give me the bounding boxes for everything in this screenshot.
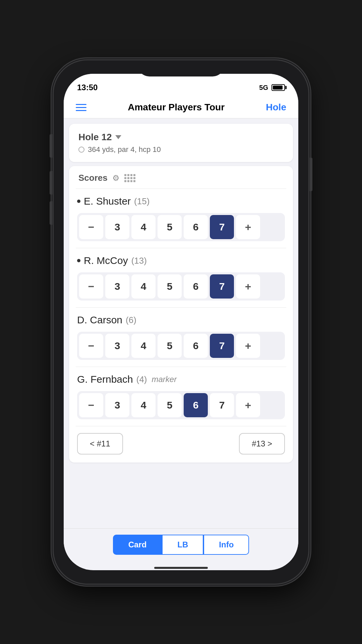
- battery-icon: [272, 84, 285, 91]
- player-hcp-3: (6): [126, 315, 136, 325]
- main-content: Hole 12 364 yds, par 4, hcp 10 Scores ⚙: [64, 118, 298, 528]
- score-3-2[interactable]: 3: [105, 274, 129, 299]
- score-7-4[interactable]: 7: [210, 393, 234, 417]
- score-minus-1[interactable]: −: [79, 215, 103, 239]
- hole-label: Hole 12: [78, 132, 112, 143]
- tab-info[interactable]: Info: [203, 535, 249, 555]
- player-section-4: G. Fernbach (4) marker − 3 4 5 6 7 +: [69, 367, 293, 426]
- score-7-3[interactable]: 7: [210, 334, 234, 358]
- bullet-icon-2: [77, 259, 80, 262]
- score-3-1[interactable]: 3: [105, 215, 129, 239]
- score-5-1[interactable]: 5: [158, 215, 182, 239]
- battery-fill: [273, 86, 283, 90]
- phone-frame: 13:50 5G Amateur Players Tour Hole: [54, 60, 308, 584]
- settings-icon[interactable]: ⚙: [112, 173, 120, 183]
- score-7-2[interactable]: 7: [210, 274, 234, 299]
- score-plus-4[interactable]: +: [236, 393, 260, 417]
- score-4-3[interactable]: 4: [131, 334, 156, 358]
- score-row-4: − 3 4 5 6 7 +: [77, 391, 285, 419]
- score-row-2: − 3 4 5 6 7 +: [77, 272, 285, 301]
- hole-subtitle: 364 yds, par 4, hcp 10: [78, 145, 284, 154]
- status-bar: 13:50 5G: [64, 74, 298, 97]
- player-section-3: D. Carson (6) − 3 4 5 6 7 +: [69, 308, 293, 367]
- player-name-row-4: G. Fernbach (4) marker: [77, 374, 285, 385]
- status-right: 5G: [259, 84, 285, 92]
- player-marker-4: marker: [152, 375, 177, 384]
- score-5-4[interactable]: 5: [158, 393, 182, 417]
- tab-lb[interactable]: LB: [162, 535, 203, 555]
- hole-title-row: Hole 12: [78, 132, 284, 143]
- player-name-3: D. Carson: [77, 314, 122, 326]
- score-plus-3[interactable]: +: [236, 334, 260, 358]
- player-name-row-2: R. McCoy (13): [77, 255, 285, 266]
- score-row-3: − 3 4 5 6 7 +: [77, 332, 285, 360]
- player-section-1: E. Shuster (15) − 3 4 5 6 7 +: [69, 189, 293, 248]
- player-name-4: G. Fernbach: [77, 374, 133, 385]
- player-section-2: R. McCoy (13) − 3 4 5 6 7 +: [69, 248, 293, 307]
- notch: [137, 60, 225, 76]
- network-indicator: 5G: [259, 84, 268, 92]
- score-4-2[interactable]: 4: [131, 274, 156, 299]
- score-7-1[interactable]: 7: [210, 215, 234, 239]
- player-name-1: E. Shuster: [84, 196, 131, 207]
- prev-hole-button[interactable]: < #11: [77, 433, 123, 454]
- score-minus-4[interactable]: −: [79, 393, 103, 417]
- score-3-4[interactable]: 3: [105, 393, 129, 417]
- home-indicator: [154, 567, 208, 569]
- player-hcp-2: (13): [131, 256, 147, 266]
- circle-icon: [78, 147, 84, 153]
- player-hcp-4: (4): [136, 374, 147, 385]
- score-minus-2[interactable]: −: [79, 274, 103, 299]
- scores-header: Scores ⚙: [69, 166, 293, 189]
- score-minus-3[interactable]: −: [79, 334, 103, 358]
- player-name-row-3: D. Carson (6): [77, 314, 285, 326]
- player-name-2: R. McCoy: [84, 255, 128, 266]
- next-hole-button[interactable]: #13 >: [239, 433, 285, 454]
- score-row-1: − 3 4 5 6 7 +: [77, 213, 285, 241]
- hole-navigation: < #11 #13 >: [69, 426, 293, 463]
- tab-bar: Card LB Info: [64, 528, 298, 563]
- score-3-3[interactable]: 3: [105, 334, 129, 358]
- player-name-row-1: E. Shuster (15): [77, 196, 285, 207]
- score-6-4[interactable]: 6: [184, 393, 208, 417]
- score-5-3[interactable]: 5: [158, 334, 182, 358]
- score-5-2[interactable]: 5: [158, 274, 182, 299]
- hole-details: 364 yds, par 4, hcp 10: [88, 145, 161, 154]
- score-4-4[interactable]: 4: [131, 393, 156, 417]
- phone-screen: 13:50 5G Amateur Players Tour Hole: [64, 74, 298, 570]
- score-6-2[interactable]: 6: [184, 274, 208, 299]
- nav-bar: Amateur Players Tour Hole: [64, 97, 298, 118]
- app-title: Amateur Players Tour: [128, 102, 225, 113]
- score-plus-1[interactable]: +: [236, 215, 260, 239]
- hole-info-card: Hole 12 364 yds, par 4, hcp 10: [69, 124, 293, 162]
- tab-card[interactable]: Card: [113, 535, 162, 555]
- status-time: 13:50: [77, 83, 98, 92]
- score-6-3[interactable]: 6: [184, 334, 208, 358]
- score-4-1[interactable]: 4: [131, 215, 156, 239]
- grid-icon[interactable]: [124, 174, 135, 182]
- score-plus-2[interactable]: +: [236, 274, 260, 299]
- scores-title: Scores: [78, 173, 108, 183]
- bullet-icon: [77, 200, 80, 203]
- score-6-1[interactable]: 6: [184, 215, 208, 239]
- menu-icon[interactable]: [76, 104, 86, 111]
- chevron-down-icon[interactable]: [115, 135, 121, 139]
- scores-card: Scores ⚙ E. Shuster: [69, 166, 293, 463]
- player-hcp-1: (15): [134, 196, 149, 207]
- hole-button[interactable]: Hole: [266, 102, 286, 113]
